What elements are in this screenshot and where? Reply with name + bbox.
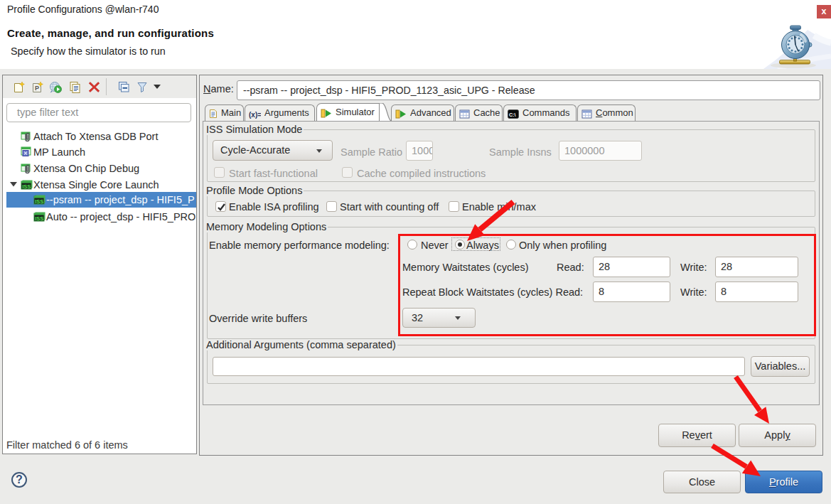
svg-text:ISS: ISS [22, 183, 31, 190]
svg-text:C:\: C:\ [509, 112, 515, 117]
svg-text:ISS: ISS [35, 215, 43, 222]
svg-text:ISS: ISS [35, 198, 43, 205]
svg-text:(x)=: (x)= [249, 111, 261, 119]
svg-text:P: P [35, 85, 39, 92]
